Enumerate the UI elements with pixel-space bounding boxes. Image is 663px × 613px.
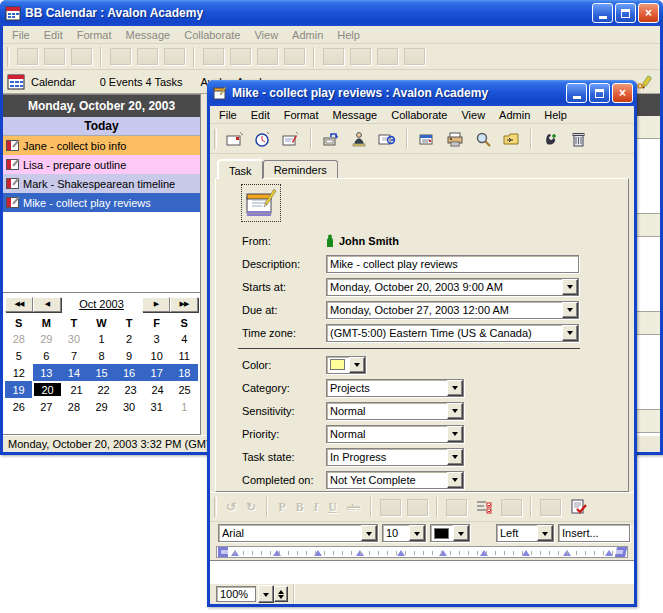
chevron-down-icon[interactable]	[447, 426, 463, 442]
calendar-day[interactable]: 17	[143, 364, 171, 381]
month-label[interactable]: Oct 2003	[61, 298, 142, 310]
help-icon[interactable]	[350, 48, 371, 65]
day-view-icon[interactable]	[230, 48, 251, 65]
new-task-icon[interactable]	[71, 48, 92, 65]
insert-select[interactable]: Insert...	[558, 524, 630, 542]
completed-on-select[interactable]: Not Yet Complete	[326, 471, 464, 489]
calendar-day[interactable]: 31	[143, 398, 171, 415]
chevron-down-icon[interactable]	[447, 449, 463, 465]
menu-admin[interactable]: Admin	[492, 107, 537, 123]
menu-file[interactable]: File	[5, 27, 37, 43]
chevron-down-icon[interactable]	[537, 525, 553, 541]
new-task-icon[interactable]	[280, 129, 302, 149]
calendar-day[interactable]: 6	[33, 347, 61, 364]
task-list-item[interactable]: Mike - collect play reviews	[3, 193, 200, 212]
font-size-select[interactable]: 10	[382, 524, 426, 542]
minimize-button[interactable]	[592, 3, 613, 23]
chevron-down-icon[interactable]	[361, 525, 377, 541]
tab-task[interactable]: Task	[218, 160, 263, 179]
calendar-day[interactable]: 4	[170, 330, 198, 347]
folder-icon[interactable]	[323, 48, 344, 65]
menu-format[interactable]: Format	[70, 27, 119, 43]
new-alarm-icon[interactable]	[252, 129, 274, 149]
starts-at-select[interactable]: Monday, October 20, 2003 9:00 AM	[326, 278, 579, 296]
calendar-day[interactable]: 10	[143, 347, 171, 364]
dialog-minimize-button[interactable]	[566, 83, 587, 103]
calendar-day[interactable]: 16	[115, 364, 143, 381]
new-event-icon[interactable]	[17, 48, 38, 65]
checklist-icon[interactable]	[473, 497, 495, 517]
calendar-day[interactable]: 5	[5, 347, 33, 364]
prev-month-button[interactable]: ◀	[33, 297, 61, 312]
priority-select[interactable]: Normal	[326, 425, 464, 443]
list-view-icon[interactable]	[203, 48, 224, 65]
menu-admin[interactable]: Admin	[285, 27, 330, 43]
calendar-day[interactable]: 7	[60, 347, 88, 364]
calendar-day[interactable]: 29	[88, 398, 116, 415]
chevron-down-icon[interactable]	[349, 357, 365, 373]
next-month-button[interactable]: ▶	[142, 297, 170, 312]
calendar-day[interactable]: 13	[33, 364, 61, 381]
send-icon[interactable]	[320, 129, 342, 149]
new-alarm-icon[interactable]	[44, 48, 65, 65]
menu-file[interactable]: File	[212, 107, 244, 123]
menu-format[interactable]: Format	[277, 107, 326, 123]
dialog-close-button[interactable]: ×	[612, 83, 633, 103]
message-icon[interactable]	[110, 48, 131, 65]
task-list-item[interactable]: Jane - collect bio info	[3, 136, 200, 155]
main-titlebar[interactable]: BB Calendar : Avalon Academy ×	[0, 0, 663, 26]
chevron-down-icon[interactable]	[562, 302, 578, 318]
calendar-day[interactable]: 11	[170, 347, 198, 364]
sensitivity-select[interactable]: Normal	[326, 402, 464, 420]
chevron-down-icon[interactable]	[447, 380, 463, 396]
print-icon[interactable]	[404, 48, 425, 65]
tools-icon[interactable]	[377, 48, 398, 65]
zoom-spinner[interactable]	[274, 586, 288, 602]
menu-collaborate[interactable]: Collaborate	[384, 107, 454, 123]
delete-icon[interactable]	[568, 129, 590, 149]
ruler-right-margin-marker[interactable]	[615, 547, 627, 557]
calendar-day[interactable]: 26	[5, 398, 33, 415]
calendar-day[interactable]: 3	[143, 330, 171, 347]
menu-edit[interactable]: Edit	[244, 107, 277, 123]
calendar-day[interactable]: 24	[144, 381, 171, 398]
calendar-day[interactable]: 30	[60, 330, 88, 347]
tab-reminders[interactable]: Reminders	[263, 160, 338, 178]
task-list-item[interactable]: Lisa - prepare outline	[3, 155, 200, 174]
attendee-icon[interactable]	[348, 129, 370, 149]
chevron-down-icon[interactable]	[562, 279, 578, 295]
menu-message[interactable]: Message	[326, 107, 385, 123]
menu-view[interactable]: View	[454, 107, 492, 123]
due-at-select[interactable]: Monday, October 27, 2003 12:00 AM	[326, 301, 579, 319]
view-label[interactable]: Calendar	[31, 76, 76, 88]
color-select[interactable]	[326, 356, 366, 374]
menu-help[interactable]: Help	[537, 107, 574, 123]
prev-year-button[interactable]: ◀◀	[5, 297, 33, 312]
chevron-down-icon[interactable]	[447, 472, 463, 488]
align-select[interactable]: Left	[496, 524, 554, 542]
close-button[interactable]: ×	[638, 3, 659, 23]
calendar-day[interactable]: 15	[88, 364, 116, 381]
calendar-day[interactable]: 1	[88, 330, 116, 347]
message-details-icon[interactable]	[416, 129, 438, 149]
attach-icon[interactable]	[376, 129, 398, 149]
flag-icon[interactable]	[137, 48, 158, 65]
dialog-maximize-button[interactable]	[589, 83, 610, 103]
spellcheck-icon[interactable]	[567, 497, 589, 517]
calendar-day[interactable]: 12	[5, 364, 33, 381]
maximize-button[interactable]	[615, 3, 636, 23]
folder-icon[interactable]	[500, 129, 522, 149]
calendar-day[interactable]: 8	[88, 347, 116, 364]
menu-collaborate[interactable]: Collaborate	[177, 27, 247, 43]
message-body[interactable]	[210, 560, 634, 584]
description-input[interactable]	[326, 255, 579, 273]
chevron-down-icon[interactable]	[562, 325, 578, 341]
font-family-select[interactable]: Arial	[218, 524, 378, 542]
calendar-day[interactable]: 9	[115, 347, 143, 364]
calendar-day[interactable]: 2	[115, 330, 143, 347]
search-icon[interactable]	[472, 129, 494, 149]
calendar-day[interactable]: 23	[117, 381, 144, 398]
calendar-day[interactable]: 20	[32, 381, 63, 398]
menu-message[interactable]: Message	[119, 27, 178, 43]
calendar-day[interactable]: 25	[171, 381, 198, 398]
